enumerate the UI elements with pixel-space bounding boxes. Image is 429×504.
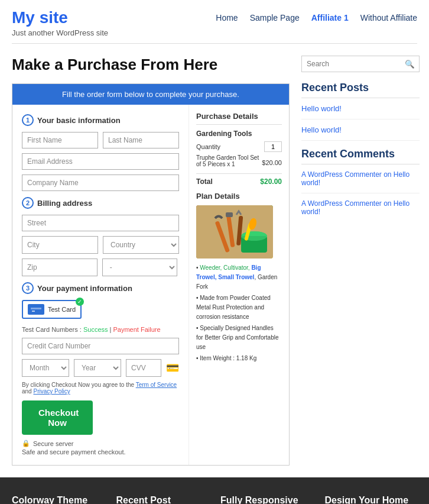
search-icon: 🔍 bbox=[405, 60, 415, 69]
street-row bbox=[22, 215, 179, 231]
payment-card-option[interactable]: Test Card ✓ bbox=[22, 300, 82, 319]
main-nav: Home Sample Page Affiliate 1 Without Aff… bbox=[216, 8, 417, 22]
quantity-input[interactable] bbox=[264, 141, 282, 152]
year-select[interactable]: Year bbox=[74, 359, 121, 377]
terms-link[interactable]: Term of Service bbox=[136, 382, 177, 388]
main-content: Make a Purchase From Here Fill the order… bbox=[0, 44, 429, 477]
footer-col4-title: Design Your Home bbox=[325, 495, 418, 504]
checkout-button[interactable]: Checkout Now bbox=[22, 400, 93, 435]
total-row: Total $20.00 bbox=[196, 173, 282, 186]
left-column: Make a Purchase From Here Fill the order… bbox=[12, 56, 290, 466]
footer-col2-title: Recent Post bbox=[116, 495, 209, 504]
recent-post-2[interactable]: Hello world! bbox=[301, 125, 420, 134]
footer-col-4: Design Your Home Express your creativity… bbox=[325, 495, 418, 504]
circle-3: 3 bbox=[22, 282, 34, 294]
purchase-title: Purchase Details bbox=[196, 112, 282, 125]
comment-1: A WordPress Commenter on Hello world! bbox=[301, 170, 420, 187]
product-title: Gardening Tools bbox=[196, 130, 282, 138]
footer-col-2: Recent Post Worth A Thousand Words Categ… bbox=[116, 495, 209, 504]
secure-badge: 🔒 Secure server bbox=[22, 440, 179, 447]
company-row bbox=[22, 175, 179, 191]
quantity-row: Quantity bbox=[196, 141, 282, 152]
secure-note: Safe and secure payment checkout. bbox=[22, 448, 179, 455]
checkout-header: Fill the order form below to complete yo… bbox=[12, 84, 289, 105]
terms-text: By clicking Checkout Now you agree to th… bbox=[22, 382, 179, 395]
cc-number-row bbox=[22, 338, 179, 354]
divider-2 bbox=[301, 140, 420, 141]
nav-affiliate1[interactable]: Affiliate 1 bbox=[311, 13, 349, 22]
city-country-row: Country bbox=[22, 236, 179, 254]
footer-col-1: Colorway Theme Footer is widgetized. To … bbox=[12, 495, 105, 504]
svg-rect-1 bbox=[31, 308, 41, 309]
form-column: 1 Your basic information 2 bbox=[12, 105, 188, 465]
checkout-area: Fill the order form below to complete yo… bbox=[12, 83, 290, 466]
dash-select[interactable]: - bbox=[102, 259, 178, 276]
recent-comments-title: Recent Comments bbox=[301, 148, 420, 164]
site-title: My site bbox=[12, 8, 108, 27]
country-select[interactable]: Country bbox=[103, 236, 179, 254]
last-name-input[interactable] bbox=[103, 132, 179, 148]
search-button[interactable]: 🔍 bbox=[400, 56, 420, 72]
nav-sample-page[interactable]: Sample Page bbox=[250, 13, 300, 22]
checkout-body: 1 Your basic information 2 bbox=[12, 105, 289, 465]
failure-link[interactable]: Payment Failure bbox=[113, 326, 161, 333]
test-card-note: Test Card Numbers : Success | Payment Fa… bbox=[22, 326, 179, 333]
footer-col-3: Fully Responsive Colorway is a unique re… bbox=[220, 495, 313, 504]
privacy-link[interactable]: Privacy Policy bbox=[33, 388, 70, 395]
plan-features: • Weeder, Cultivator, Big Trowel, Small … bbox=[196, 263, 282, 363]
cc-number-input[interactable] bbox=[22, 338, 179, 354]
svg-rect-2 bbox=[32, 311, 35, 312]
name-row bbox=[22, 132, 179, 148]
card-type-icon: 💳 bbox=[166, 359, 179, 377]
card-icon bbox=[28, 304, 44, 315]
section2-label: 2 Billing address bbox=[22, 197, 179, 209]
nav-home[interactable]: Home bbox=[216, 13, 238, 22]
recent-posts-title: Recent Posts bbox=[301, 82, 420, 98]
company-input[interactable] bbox=[22, 175, 179, 191]
card-label: Test Card bbox=[48, 306, 76, 313]
card-details-row: Month Year 💳 bbox=[22, 359, 179, 377]
nav-without-affiliate[interactable]: Without Affiliate bbox=[360, 13, 417, 22]
divider-1 bbox=[301, 119, 420, 119]
section1-label: 1 Your basic information bbox=[22, 114, 179, 126]
sidebar: 🔍 Recent Posts Hello world! Hello world!… bbox=[301, 56, 420, 466]
plan-title: Plan Details bbox=[196, 192, 282, 201]
search-input[interactable] bbox=[302, 56, 400, 72]
street-input[interactable] bbox=[22, 215, 179, 231]
purchase-details-column: Purchase Details Gardening Tools Quantit… bbox=[188, 105, 289, 465]
recent-post-1[interactable]: Hello world! bbox=[301, 104, 420, 113]
circle-2: 2 bbox=[22, 197, 34, 209]
cvv-input[interactable] bbox=[126, 359, 161, 377]
page-title: Make a Purchase From Here bbox=[12, 56, 290, 74]
site-tagline: Just another WordPress site bbox=[12, 28, 108, 37]
zip-input[interactable] bbox=[22, 259, 98, 276]
plan-image bbox=[196, 205, 273, 259]
city-input[interactable] bbox=[22, 236, 98, 254]
comment-2: A WordPress Commenter on Hello world! bbox=[301, 199, 420, 216]
email-input[interactable] bbox=[22, 153, 179, 170]
svg-rect-10 bbox=[226, 212, 233, 217]
product-price-row: Truphe Garden Tool Set of 5 Pieces x 1 $… bbox=[196, 154, 282, 171]
lock-icon: 🔒 bbox=[22, 440, 30, 447]
footer-col3-title: Fully Responsive bbox=[220, 495, 313, 504]
divider-3 bbox=[301, 193, 420, 193]
success-link[interactable]: Success bbox=[83, 326, 108, 333]
circle-1: 1 bbox=[22, 114, 34, 126]
zip-row: - bbox=[22, 259, 179, 276]
footer-col1-title: Colorway Theme bbox=[12, 495, 105, 504]
footer-main: Colorway Theme Footer is widgetized. To … bbox=[0, 477, 429, 504]
email-row bbox=[22, 153, 179, 170]
search-box: 🔍 bbox=[301, 56, 420, 72]
section3-label: 3 Your payment information bbox=[22, 282, 179, 294]
check-badge: ✓ bbox=[76, 298, 84, 306]
first-name-input[interactable] bbox=[22, 132, 98, 148]
month-select[interactable]: Month bbox=[22, 359, 69, 377]
